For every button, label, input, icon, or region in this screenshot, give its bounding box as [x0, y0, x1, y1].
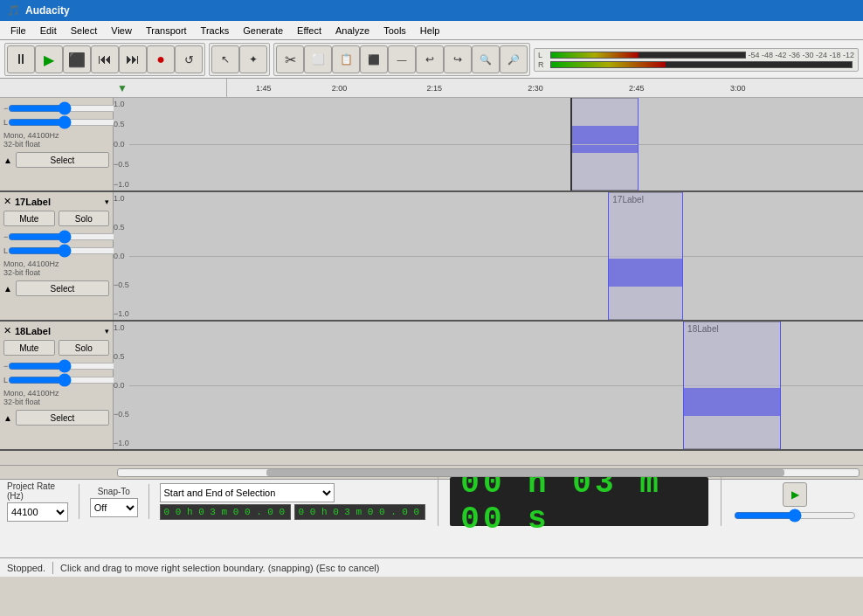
edit-toolbar: ✂ ⬜ 📋 ⬛ — ↩ ↪ 🔍 🔎 [273, 43, 530, 76]
toolbar: ⏸ ▶ ⬛ ⏮ ⏭ ● ↺ ↖ ✦ ✂ ⬜ 📋 ⬛ — ↩ ↪ 🔍 🔎 L -5… [0, 40, 863, 79]
menu-tools[interactable]: Tools [376, 24, 413, 38]
stopped-status: Stopped. [7, 563, 45, 573]
title-bar: 🎵 Audacity [0, 0, 863, 21]
track-3-select-button[interactable]: Select [16, 410, 109, 426]
track-3-mute-button[interactable]: Mute [3, 340, 55, 356]
track-1-select-row: ▲ Select [3, 152, 109, 168]
track-3-dropdown[interactable]: ▾ [105, 327, 109, 336]
bottom-controls-row: Project Rate (Hz) 44100 Snap-To Off Star… [0, 480, 863, 523]
track-2-name: 17Label [15, 197, 105, 207]
track-2-waveform[interactable]: 1.00.50.0−0.5−1.0 17Label [114, 192, 863, 320]
track-3-close-button[interactable]: ✕ [3, 325, 11, 336]
track-2-btn-row: Mute Solo [3, 211, 109, 226]
selection-tool[interactable]: ↖ [211, 45, 239, 73]
zoom-out-button[interactable]: 🔎 [500, 45, 528, 73]
track-1-select-button[interactable]: Select [16, 152, 109, 168]
redo-button[interactable]: ↪ [444, 45, 472, 73]
skip-end-button[interactable]: ⏭ [119, 45, 147, 73]
track-3-solo-button[interactable]: Solo [59, 340, 110, 356]
track-3-collapse-button[interactable]: ▲ [3, 413, 12, 423]
menu-transport[interactable]: Transport [139, 24, 194, 38]
snap-to-select[interactable]: Off [90, 498, 138, 517]
silence-button[interactable]: — [388, 45, 416, 73]
ruler-mark-230: 2:30 [528, 84, 543, 93]
menu-view[interactable]: View [104, 24, 139, 38]
track-1-pan-slider[interactable] [8, 117, 121, 128]
play-button[interactable]: ▶ [35, 45, 63, 73]
track-1-waveform[interactable]: 1.00.50.0−0.5−1.0 [114, 98, 863, 190]
menu-file[interactable]: File [3, 24, 33, 38]
track-2-title-row: ✕ 17Label ▾ [3, 196, 109, 207]
track-2-mute-button[interactable]: Mute [3, 211, 55, 226]
cut-button[interactable]: ✂ [276, 45, 304, 73]
skip-start-button[interactable]: ⏮ [91, 45, 119, 73]
ruler-mark-200: 2:00 [332, 84, 348, 93]
track-1-scale: 1.00.50.0−0.5−1.0 [114, 98, 129, 190]
paste-button[interactable]: 📋 [332, 45, 360, 73]
status-bar: Stopped. Click and drag to move right se… [0, 557, 863, 577]
selection-format-select[interactable]: Start and End of Selection Start and Len… [160, 483, 335, 502]
track-1-collapse-button[interactable]: ▲ [3, 156, 12, 165]
ruler-mark-300: 3:00 [730, 84, 746, 93]
track-3-pan-slider[interactable] [8, 375, 121, 385]
speed-slider[interactable] [734, 510, 856, 521]
track-2-close-button[interactable]: ✕ [3, 196, 11, 207]
ruler-mark-245: 2:45 [629, 84, 645, 93]
track-3-name: 18Label [15, 326, 105, 336]
zoom-in-button[interactable]: 🔍 [472, 45, 500, 73]
menu-select[interactable]: Select [64, 24, 105, 38]
track-1-selection [570, 98, 638, 190]
app-title: Audacity [25, 4, 70, 17]
multi-tool[interactable]: ✦ [239, 45, 267, 73]
menu-help[interactable]: Help [413, 24, 447, 38]
track-2-collapse-button[interactable]: ▲ [3, 284, 12, 294]
track-2-dropdown[interactable]: ▾ [105, 197, 109, 206]
menu-generate[interactable]: Generate [236, 24, 290, 38]
trim-button[interactable]: ⬛ [360, 45, 388, 73]
main-area: − + L R Mono, 44100Hz32-bit float ▲ Sele… [0, 98, 863, 465]
pause-button[interactable]: ⏸ [7, 45, 35, 73]
hscroll-thumb[interactable] [266, 469, 785, 476]
track-2-select-button[interactable]: Select [16, 280, 109, 296]
stop-button[interactable]: ⬛ [63, 45, 91, 73]
track-3-gain-slider[interactable] [8, 361, 121, 371]
tools-toolbar: ↖ ✦ [209, 43, 270, 76]
menu-tracks[interactable]: Tracks [194, 24, 237, 38]
track-1-info: Mono, 44100Hz32-bit float [3, 131, 109, 149]
track-2-controls: ✕ 17Label ▾ Mute Solo − + L R Mono, 4410… [0, 192, 114, 320]
hscroll-track[interactable] [117, 468, 860, 477]
project-rate-label: Project Rate (Hz) [7, 481, 68, 501]
loop-button[interactable]: ↺ [175, 45, 203, 73]
selection-end-input[interactable] [294, 504, 425, 520]
status-separator [52, 562, 53, 574]
output-l-label: L [538, 51, 549, 59]
track-2-info: Mono, 44100Hz32-bit float [3, 260, 109, 277]
track-3-pan-row: L R [3, 375, 109, 385]
menu-edit[interactable]: Edit [33, 24, 64, 38]
track-1-gain-slider[interactable] [8, 103, 121, 114]
track-3-controls: ✕ 18Label ▾ Mute Solo − + L R Mono, 4410… [0, 322, 114, 449]
output-r-label: R [538, 60, 549, 69]
menu-analyze[interactable]: Analyze [328, 24, 376, 38]
menu-bar: File Edit Select View Transport Tracks G… [0, 21, 863, 40]
track-2-pan-row: L R [3, 246, 109, 256]
selection-start-input[interactable] [160, 504, 291, 520]
menu-effect[interactable]: Effect [290, 24, 328, 38]
track-1: − + L R Mono, 44100Hz32-bit float ▲ Sele… [0, 98, 863, 192]
track-3: ✕ 18Label ▾ Mute Solo − + L R Mono, 4410… [0, 322, 863, 451]
track-2-gain-slider[interactable] [8, 232, 121, 242]
horizontal-scrollbar [0, 465, 863, 479]
project-rate-select[interactable]: 44100 [7, 502, 68, 522]
copy-button[interactable]: ⬜ [304, 45, 332, 73]
track-2-pan-slider[interactable] [8, 246, 121, 256]
track-3-waveform[interactable]: 1.00.50.0−0.5−1.0 18Label [114, 322, 863, 449]
db-scale-right: -54 -48 -42 -36 -30 -24 -18 -12 [748, 51, 854, 59]
track-2: ✕ 17Label ▾ Mute Solo − + L R Mono, 4410… [0, 192, 863, 322]
record-button[interactable]: ● [147, 45, 175, 73]
undo-button[interactable]: ↩ [416, 45, 444, 73]
snap-to-label: Snap-To [98, 487, 130, 496]
transport-controls: ⏸ ▶ ⬛ ⏮ ⏭ ● ↺ [4, 43, 205, 76]
track-3-btn-row: Mute Solo [3, 340, 109, 356]
play-at-speed-button[interactable]: ▶ [783, 482, 807, 507]
track-2-solo-button[interactable]: Solo [59, 211, 110, 226]
